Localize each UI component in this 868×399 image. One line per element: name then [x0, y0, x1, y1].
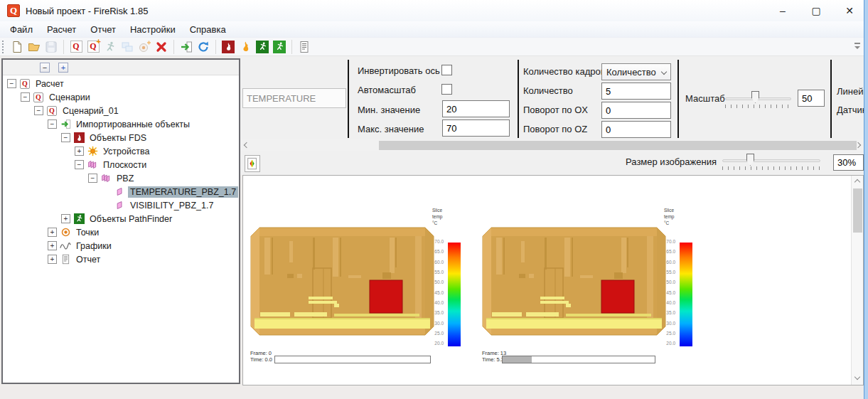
- viewport-vertical-scrollbar[interactable]: [851, 176, 863, 385]
- tree-item-temperature-slice[interactable]: TEMPERATURE_PBZ_1.7: [102, 185, 238, 198]
- refresh-icon: [197, 41, 210, 53]
- section-divider: [348, 60, 349, 138]
- image-size-slider-ticks: [722, 166, 821, 170]
- room-render-image: [482, 227, 666, 336]
- minimize-button[interactable]: –: [769, 0, 796, 21]
- tree-item-planes[interactable]: − Плоскости: [75, 158, 149, 171]
- tree-item-raschet[interactable]: − Q Расчет: [7, 77, 66, 90]
- settings-horizontal-scrollbar[interactable]: [240, 139, 864, 151]
- tree-item-pathfinder-objects[interactable]: + Объекты PathFinder: [61, 212, 174, 225]
- collapse-icon[interactable]: −: [88, 174, 97, 183]
- report-button[interactable]: [297, 40, 311, 54]
- maximize-button[interactable]: ▢: [803, 0, 830, 21]
- max-value-field[interactable]: [442, 119, 510, 137]
- collapse-icon[interactable]: −: [61, 133, 70, 142]
- pathfinder-button[interactable]: [255, 40, 269, 54]
- collapse-icon[interactable]: −: [21, 92, 30, 102]
- expand-icon[interactable]: +: [48, 255, 57, 264]
- fds-flame-icon: [73, 132, 85, 144]
- save-project-button[interactable]: [44, 40, 58, 54]
- expand-icon[interactable]: +: [48, 228, 57, 237]
- open-project-button[interactable]: [27, 40, 41, 54]
- count-field[interactable]: [601, 83, 671, 100]
- tree-item-label: Точки: [74, 227, 101, 238]
- scroll-up-icon[interactable]: [854, 179, 860, 185]
- collapse-icon[interactable]: −: [48, 119, 57, 129]
- frame-time-label: Time: 0.0: [250, 356, 272, 363]
- add-scenario-button[interactable]: Q+: [86, 40, 100, 54]
- colorbar-tick-label: 25.0: [666, 331, 675, 336]
- tree-item-graphs[interactable]: + Графики: [48, 239, 114, 252]
- scroll-left-icon[interactable]: [244, 142, 250, 148]
- slice-name-field[interactable]: [242, 88, 346, 108]
- runner-button[interactable]: [103, 40, 117, 54]
- delete-button[interactable]: [154, 40, 168, 54]
- rotation-oz-field[interactable]: [601, 121, 671, 138]
- min-value-field[interactable]: [442, 100, 510, 117]
- close-button[interactable]: ✕: [836, 0, 863, 21]
- colorbar-ticks: 70.065.060.055.050.045.040.035.030.025.0…: [425, 240, 444, 346]
- fds-objects-button[interactable]: [221, 40, 235, 54]
- toolbar-separator: [215, 40, 216, 54]
- colorbar-tick-label: 50.0: [666, 280, 675, 285]
- image-size-slider-thumb[interactable]: [746, 154, 754, 166]
- toolbar-separator: [173, 40, 174, 54]
- scrollbar-thumb[interactable]: [379, 141, 857, 150]
- image-size-value-field[interactable]: [833, 154, 864, 171]
- scroll-down-icon[interactable]: [854, 374, 860, 380]
- scrollbar-thumb[interactable]: [853, 188, 862, 233]
- tree-item-imported-objects[interactable]: − Импортированные объекты: [48, 117, 192, 131]
- expand-all-button[interactable]: +: [58, 63, 68, 73]
- tree-toolbar: − +: [3, 60, 239, 75]
- toolbar-overflow-icon[interactable]: [854, 42, 861, 50]
- expand-icon[interactable]: +: [48, 241, 57, 250]
- image-size-slider-track[interactable]: [722, 159, 820, 162]
- scale-value-field[interactable]: [798, 90, 825, 107]
- menu-item[interactable]: Настройки: [123, 23, 183, 36]
- frame-count-mode-select[interactable]: Количество: [601, 63, 671, 80]
- rotation-ox-field[interactable]: [601, 102, 671, 119]
- menu-item[interactable]: Справка: [183, 23, 233, 36]
- tree-item-report[interactable]: + Отчет: [48, 252, 102, 266]
- collapse-all-button[interactable]: −: [40, 63, 50, 73]
- collapse-icon[interactable]: −: [7, 79, 16, 88]
- chevron-down-icon: [661, 69, 667, 75]
- invert-axis-checkbox[interactable]: [441, 65, 452, 75]
- colormap-button[interactable]: [245, 155, 260, 172]
- refresh-button[interactable]: [196, 40, 210, 54]
- tree-item-pbz[interactable]: − PBZ: [88, 171, 136, 185]
- tree-item-fds-objects[interactable]: − Объекты FDS: [61, 131, 149, 144]
- colorbar-ticks: 70.065.060.055.050.045.040.035.030.025.0…: [657, 240, 675, 346]
- expand-icon[interactable]: +: [75, 147, 84, 156]
- expand-icon[interactable]: +: [61, 214, 70, 223]
- scale-slider-thumb[interactable]: [751, 91, 759, 103]
- tree-item-scenarij-01[interactable]: − Q Сценарий_01: [34, 104, 121, 117]
- import-button[interactable]: [179, 40, 193, 54]
- min-value-label: Мин. значение: [358, 105, 420, 115]
- menu-item[interactable]: Отчет: [83, 23, 123, 36]
- tree-item-devices[interactable]: + Устройства: [75, 144, 151, 158]
- tree-item-scenarii[interactable]: − Q Сценарии: [21, 90, 92, 104]
- frame-number-label: Frame: 0: [250, 350, 272, 356]
- pathfinder-run-button[interactable]: [272, 40, 286, 54]
- tree-item-points[interactable]: + Точки: [48, 225, 101, 239]
- flame-button[interactable]: [238, 40, 252, 54]
- autoscale-checkbox[interactable]: [441, 84, 452, 95]
- add-target-button[interactable]: [137, 40, 151, 54]
- tree-item-label: Сценарий_01: [60, 105, 121, 117]
- render-viewport[interactable]: Slice temp °C: [242, 175, 864, 385]
- collapse-icon[interactable]: −: [75, 160, 84, 169]
- menu-item[interactable]: Файл: [3, 23, 40, 36]
- colorbar-tick-label: 45.0: [666, 291, 675, 296]
- tree-item-label: Расчет: [33, 78, 66, 90]
- tree-item-visibility-slice[interactable]: VISIBILITY_PBZ_1.7: [102, 198, 215, 212]
- frame-progress-fill: [503, 356, 532, 363]
- scenario-button[interactable]: Q: [69, 40, 83, 54]
- toolbar-grip-icon[interactable]: [2, 41, 5, 53]
- menu-item[interactable]: Расчет: [40, 23, 83, 36]
- pathfinder-runner-icon: [73, 213, 85, 225]
- layout-grid-button[interactable]: [120, 40, 134, 54]
- new-project-button[interactable]: [10, 40, 24, 54]
- collapse-icon[interactable]: −: [34, 106, 43, 115]
- import-arrow-icon: [60, 119, 71, 130]
